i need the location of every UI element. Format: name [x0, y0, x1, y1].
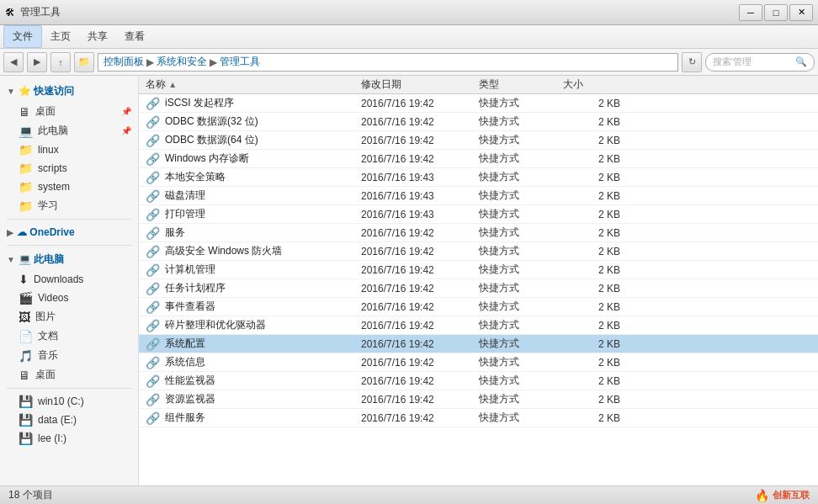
sidebar-item-scripts[interactable]: 📁 scripts — [0, 159, 138, 178]
sidebar-item-label: linux — [38, 144, 59, 156]
sidebar-item-music[interactable]: 🎵 音乐 — [0, 346, 138, 365]
desktop-icon: 🖥 — [19, 105, 30, 119]
table-row[interactable]: 🔗 计算机管理 2016/7/16 19:42 快捷方式 2 KB — [139, 261, 818, 279]
table-row[interactable]: 🔗 Windows 内存诊断 2016/7/16 19:42 快捷方式 2 KB — [139, 150, 818, 168]
file-cell-type: 快捷方式 — [475, 170, 560, 184]
file-shortcut-icon: 🔗 — [146, 337, 160, 351]
thispc-icon: 💻 — [19, 125, 33, 138]
table-row[interactable]: 🔗 ODBC 数据源(32 位) 2016/7/16 19:42 快捷方式 2 … — [139, 113, 818, 131]
sidebar-item-label: Videos — [38, 292, 68, 304]
refresh-button[interactable]: ↻ — [682, 52, 702, 72]
col-header-size[interactable]: 大小 — [560, 77, 627, 92]
table-row[interactable]: 🔗 服务 2016/7/16 19:42 快捷方式 2 KB — [139, 224, 818, 242]
file-name: 性能监视器 — [165, 374, 215, 388]
file-shortcut-icon: 🔗 — [146, 115, 160, 129]
menu-share[interactable]: 共享 — [79, 26, 116, 47]
table-row[interactable]: 🔗 碎片整理和优化驱动器 2016/7/16 19:42 快捷方式 2 KB — [139, 316, 818, 335]
sidebar-section-thispc[interactable]: ▼ 💻 此电脑 — [0, 249, 138, 270]
file-name: 计算机管理 — [165, 263, 215, 277]
file-rows: 🔗 iSCSI 发起程序 2016/7/16 19:42 快捷方式 2 KB 🔗… — [139, 94, 818, 427]
path-part-1[interactable]: 系统和安全 — [157, 55, 207, 69]
file-cell-name: 🔗 本地安全策略 — [139, 170, 358, 184]
file-cell-name: 🔗 组件服务 — [139, 411, 358, 425]
table-row[interactable]: 🔗 本地安全策略 2016/7/16 19:43 快捷方式 2 KB — [139, 168, 818, 187]
file-cell-size: 2 KB — [560, 190, 627, 202]
col-header-date[interactable]: 修改日期 — [358, 77, 475, 92]
sidebar-section-onedrive[interactable]: ▶ ☁ OneDrive — [0, 223, 138, 241]
folder-icon: 📁 — [19, 199, 33, 213]
file-cell-date: 2016/7/16 19:43 — [358, 209, 475, 220]
table-row[interactable]: 🔗 任务计划程序 2016/7/16 19:42 快捷方式 2 KB — [139, 279, 818, 298]
table-row[interactable]: 🔗 系统配置 2016/7/16 19:42 快捷方式 2 KB — [139, 335, 818, 353]
menu-home[interactable]: 主页 — [42, 26, 79, 47]
path-part-2[interactable]: 管理工具 — [220, 55, 260, 69]
close-button[interactable]: ✕ — [789, 4, 813, 21]
up-button[interactable]: ↑ — [50, 52, 71, 72]
sidebar-item-pictures[interactable]: 🖼 图片 — [0, 307, 138, 326]
sidebar-item-drive-c[interactable]: 💾 win10 (C:) — [0, 392, 138, 411]
sidebar-item-drive-i[interactable]: 💾 lee (I:) — [0, 429, 138, 448]
path-part-0[interactable]: 控制面板 — [104, 55, 144, 69]
drive-icon: 💾 — [19, 413, 33, 427]
sidebar-item-downloads[interactable]: ⬇ Downloads — [0, 270, 138, 289]
menu-file[interactable]: 文件 — [3, 25, 42, 48]
sidebar-item-system[interactable]: 📁 system — [0, 178, 138, 196]
sidebar-item-label: 桌面 — [35, 104, 56, 119]
search-box[interactable]: 搜索'管理 🔍 — [705, 53, 815, 72]
file-cell-name: 🔗 事件查看器 — [139, 300, 358, 314]
table-row[interactable]: 🔗 组件服务 2016/7/16 19:42 快捷方式 2 KB — [139, 409, 818, 427]
sidebar-item-label: Downloads — [34, 273, 83, 285]
file-cell-date: 2016/7/16 19:42 — [358, 320, 475, 332]
sidebar-section-label: 💻 此电脑 — [19, 252, 64, 267]
file-shortcut-icon: 🔗 — [146, 393, 160, 406]
address-bar: ◀ ▶ ↑ 📁 控制面板 ▶ 系统和安全 ▶ 管理工具 ↻ 搜索'管理 🔍 — [0, 49, 818, 76]
file-shortcut-icon: 🔗 — [146, 226, 160, 240]
file-cell-name: 🔗 服务 — [139, 225, 358, 240]
sidebar-item-documents[interactable]: 📄 文档 — [0, 326, 138, 346]
sidebar-item-study[interactable]: 📁 学习 — [0, 196, 138, 215]
table-row[interactable]: 🔗 资源监视器 2016/7/16 19:42 快捷方式 2 KB — [139, 390, 818, 409]
file-cell-date: 2016/7/16 19:42 — [358, 153, 475, 165]
minimize-button[interactable]: ─ — [739, 4, 762, 21]
sidebar-item-desktop2[interactable]: 🖥 桌面 — [0, 365, 138, 385]
sidebar-section-quick-access[interactable]: ▼ ⭐ 快速访问 — [0, 81, 138, 102]
col-header-name[interactable]: 名称 ▲ — [139, 77, 358, 92]
table-row[interactable]: 🔗 iSCSI 发起程序 2016/7/16 19:42 快捷方式 2 KB — [139, 94, 818, 113]
sidebar-item-drive-e[interactable]: 💾 data (E:) — [0, 411, 138, 429]
file-cell-size: 2 KB — [560, 172, 627, 183]
file-cell-type: 快捷方式 — [475, 281, 560, 295]
file-cell-date: 2016/7/16 19:42 — [358, 116, 475, 128]
table-row[interactable]: 🔗 磁盘清理 2016/7/16 19:43 快捷方式 2 KB — [139, 187, 818, 205]
sidebar-item-desktop1[interactable]: 🖥 桌面 📌 — [0, 102, 138, 121]
back-button[interactable]: ◀ — [3, 52, 24, 72]
address-path[interactable]: 控制面板 ▶ 系统和安全 ▶ 管理工具 — [98, 53, 678, 72]
forward-button[interactable]: ▶ — [27, 52, 47, 72]
title-bar-title: 管理工具 — [20, 5, 739, 19]
col-header-type[interactable]: 类型 — [475, 77, 560, 92]
file-cell-name: 🔗 计算机管理 — [139, 263, 358, 277]
sidebar-item-label: data (E:) — [38, 414, 77, 426]
file-cell-name: 🔗 性能监视器 — [139, 374, 358, 388]
menu-view[interactable]: 查看 — [116, 26, 153, 47]
sidebar-item-videos[interactable]: 🎬 Videos — [0, 289, 138, 307]
sort-asc-icon: ▲ — [168, 80, 177, 89]
file-name: 组件服务 — [165, 411, 205, 425]
table-row[interactable]: 🔗 高级安全 Windows 防火墙 2016/7/16 19:42 快捷方式 … — [139, 242, 818, 261]
table-row[interactable]: 🔗 性能监视器 2016/7/16 19:42 快捷方式 2 KB — [139, 372, 818, 390]
watermark: 创新互联 — [773, 489, 810, 501]
sidebar-item-linux[interactable]: 📁 linux — [0, 141, 138, 159]
file-name: 资源监视器 — [165, 392, 215, 406]
file-shortcut-icon: 🔗 — [146, 263, 160, 277]
file-list-container[interactable]: 名称 ▲ 修改日期 类型 大小 🔗 iSCSI 发起程序 2016/7/16 1… — [139, 76, 818, 485]
table-row[interactable]: 🔗 打印管理 2016/7/16 19:43 快捷方式 2 KB — [139, 205, 818, 224]
folder-icon: 📁 — [19, 162, 33, 175]
sidebar-item-this-pc1[interactable]: 💻 此电脑 📌 — [0, 121, 138, 141]
file-cell-size: 2 KB — [560, 357, 627, 369]
table-row[interactable]: 🔗 ODBC 数据源(64 位) 2016/7/16 19:42 快捷方式 2 … — [139, 131, 818, 150]
maximize-button[interactable]: □ — [764, 4, 788, 21]
menu-bar: 文件 主页 共享 查看 — [0, 25, 818, 49]
table-row[interactable]: 🔗 系统信息 2016/7/16 19:42 快捷方式 2 KB — [139, 353, 818, 372]
table-row[interactable]: 🔗 事件查看器 2016/7/16 19:42 快捷方式 2 KB — [139, 298, 818, 316]
file-cell-size: 2 KB — [560, 412, 627, 424]
video-icon: 🎬 — [19, 291, 33, 305]
